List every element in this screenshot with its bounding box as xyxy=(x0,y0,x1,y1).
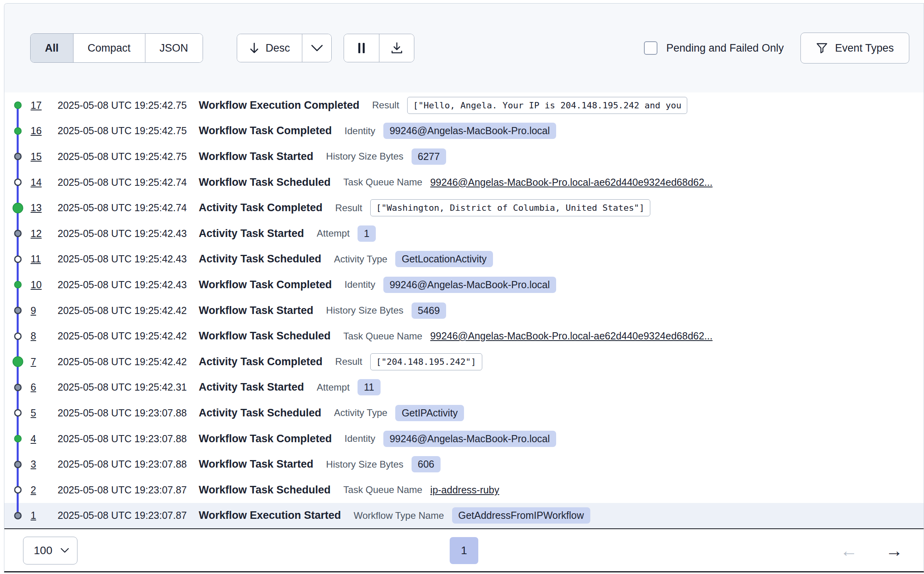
event-name: Workflow Task Completed xyxy=(199,279,332,291)
event-id-link[interactable]: 10 xyxy=(31,279,44,291)
event-status-dot xyxy=(14,255,21,263)
event-row[interactable]: 14 2025-05-08 UTC 19:25:42.74 Workflow T… xyxy=(4,170,924,195)
event-attr-value: 5469 xyxy=(412,302,447,319)
event-id-link[interactable]: 12 xyxy=(31,228,44,239)
event-row[interactable]: 8 2025-05-08 UTC 19:25:42.42 Workflow Ta… xyxy=(4,323,924,349)
event-row[interactable]: 6 2025-05-08 UTC 19:25:42.31 Activity Ta… xyxy=(4,375,924,401)
event-types-button[interactable]: Event Types xyxy=(800,33,909,64)
event-status-dot xyxy=(14,153,21,160)
event-attr-value: ["Hello, Angela. Your IP is 204.148.195.… xyxy=(407,97,688,114)
toolbar-left: All Compact JSON Desc xyxy=(30,33,414,63)
event-attr-value: 99246@Angelas-MacBook-Pro.local xyxy=(383,277,556,293)
event-row[interactable]: 10 2025-05-08 UTC 19:25:42.43 Workflow T… xyxy=(4,272,924,298)
event-id-link[interactable]: 2 xyxy=(31,484,44,496)
event-id-link[interactable]: 3 xyxy=(31,458,44,470)
event-row[interactable]: 9 2025-05-08 UTC 19:25:42.42 Workflow Ta… xyxy=(4,298,924,324)
event-row[interactable]: 3 2025-05-08 UTC 19:23:07.88 Workflow Ta… xyxy=(4,451,924,477)
sort-dropdown-button[interactable] xyxy=(302,34,331,62)
event-status-dot xyxy=(12,202,23,213)
event-id-link[interactable]: 13 xyxy=(31,202,44,214)
event-row[interactable]: 15 2025-05-08 UTC 19:25:42.75 Workflow T… xyxy=(4,144,924,170)
pending-failed-checkbox[interactable] xyxy=(644,41,657,55)
event-name: Activity Task Started xyxy=(199,227,304,240)
event-attr-value: ["Washington, District of Columbia, Unit… xyxy=(370,199,651,216)
event-status-dot xyxy=(14,409,21,417)
event-row[interactable]: 12 2025-05-08 UTC 19:25:42.43 Activity T… xyxy=(4,221,924,247)
page-size-select[interactable]: 100 xyxy=(23,537,77,564)
event-row[interactable]: 17 2025-05-08 UTC 19:25:42.75 Workflow E… xyxy=(4,92,924,118)
pending-failed-filter[interactable]: Pending and Failed Only xyxy=(644,41,784,55)
pause-button[interactable] xyxy=(344,34,379,62)
event-row[interactable]: 4 2025-05-08 UTC 19:23:07.88 Workflow Ta… xyxy=(4,426,924,452)
event-name: Workflow Task Completed xyxy=(199,433,332,445)
tab-compact[interactable]: Compact xyxy=(73,34,145,62)
event-attr-value-link[interactable]: ip-address-ruby xyxy=(430,484,499,496)
pagination-bar: 100 1 ← → xyxy=(4,528,924,572)
download-button[interactable] xyxy=(379,34,414,62)
view-mode-tabs: All Compact JSON xyxy=(30,33,203,63)
event-row[interactable]: 11 2025-05-08 UTC 19:25:42.43 Activity T… xyxy=(4,247,924,272)
event-id-link[interactable]: 6 xyxy=(31,381,44,393)
event-name: Workflow Task Started xyxy=(199,458,313,470)
event-attr-value: GetLocationActivity xyxy=(395,251,493,267)
event-timestamp: 2025-05-08 UTC 19:25:42.75 xyxy=(58,125,187,137)
tab-json[interactable]: JSON xyxy=(145,34,203,62)
event-row[interactable]: 13 2025-05-08 UTC 19:25:42.74 Activity T… xyxy=(4,195,924,221)
event-status-dot xyxy=(14,281,21,289)
event-timestamp: 2025-05-08 UTC 19:23:07.88 xyxy=(58,407,187,419)
event-attr-value: GetAddressFromIPWorkflow xyxy=(452,507,590,524)
event-id-link[interactable]: 8 xyxy=(31,330,44,342)
event-id-link[interactable]: 11 xyxy=(31,253,44,265)
event-attr-label: Identity xyxy=(344,433,375,444)
event-attr-label: History Size Bytes xyxy=(326,151,404,162)
event-attr-value: 606 xyxy=(412,456,441,472)
event-timestamp: 2025-05-08 UTC 19:25:42.42 xyxy=(58,305,187,316)
event-attr-label: Task Queue Name xyxy=(343,331,422,342)
event-attr-label: Task Queue Name xyxy=(343,177,422,188)
event-attr-label: History Size Bytes xyxy=(326,459,404,470)
event-id-link[interactable]: 17 xyxy=(31,100,44,111)
event-row[interactable]: 5 2025-05-08 UTC 19:23:07.88 Activity Ta… xyxy=(4,400,924,426)
event-id-link[interactable]: 15 xyxy=(31,151,44,162)
event-status-dot xyxy=(14,179,21,186)
arrow-right-icon[interactable]: → xyxy=(885,542,903,559)
event-row[interactable]: 7 2025-05-08 UTC 19:25:42.42 Activity Ta… xyxy=(4,349,924,375)
arrow-left-icon[interactable]: ← xyxy=(840,542,858,559)
event-timestamp: 2025-05-08 UTC 19:25:42.75 xyxy=(58,151,187,162)
event-id-link[interactable]: 7 xyxy=(31,356,44,368)
event-attr-value-link[interactable]: 99246@Angelas-MacBook-Pro.local-ae62d440… xyxy=(430,330,713,342)
funnel-icon xyxy=(816,42,828,54)
event-name: Activity Task Scheduled xyxy=(199,407,321,419)
event-name: Workflow Task Scheduled xyxy=(199,330,331,342)
event-attr-label: Identity xyxy=(344,125,375,137)
tab-all[interactable]: All xyxy=(31,34,73,62)
event-name: Activity Task Completed xyxy=(199,356,323,368)
event-timestamp: 2025-05-08 UTC 19:25:42.42 xyxy=(58,356,187,368)
event-timestamp: 2025-05-08 UTC 19:25:42.43 xyxy=(58,228,187,239)
event-name: Workflow Task Started xyxy=(199,304,313,317)
event-id-link[interactable]: 14 xyxy=(31,177,44,188)
event-attr-value: 6277 xyxy=(412,148,447,165)
event-types-label: Event Types xyxy=(835,42,894,54)
event-id-link[interactable]: 1 xyxy=(31,510,44,521)
event-id-link[interactable]: 4 xyxy=(31,433,44,445)
event-row[interactable]: 16 2025-05-08 UTC 19:25:42.75 Workflow T… xyxy=(4,118,924,144)
event-id-link[interactable]: 5 xyxy=(31,407,44,419)
sort-desc-button[interactable]: Desc xyxy=(237,34,302,62)
event-id-link[interactable]: 9 xyxy=(31,305,44,316)
pause-icon xyxy=(357,42,366,54)
event-attr-value-link[interactable]: 99246@Angelas-MacBook-Pro.local-ae62d440… xyxy=(430,177,713,188)
event-attr-label: Attempt xyxy=(317,228,350,239)
event-row[interactable]: 1 2025-05-08 UTC 19:23:07.87 Workflow Ex… xyxy=(4,503,924,529)
event-status-dot xyxy=(14,512,21,519)
event-attr-value: 99246@Angelas-MacBook-Pro.local xyxy=(383,123,556,139)
event-attr-value: 99246@Angelas-MacBook-Pro.local xyxy=(383,431,556,447)
event-name: Workflow Execution Started xyxy=(199,509,341,522)
current-page-button[interactable]: 1 xyxy=(450,537,478,564)
event-row[interactable]: 2 2025-05-08 UTC 19:23:07.87 Workflow Ta… xyxy=(4,477,924,503)
event-name: Activity Task Scheduled xyxy=(199,253,321,265)
event-attr-label: Attempt xyxy=(317,382,350,393)
page-size-value: 100 xyxy=(34,544,52,557)
event-id-link[interactable]: 16 xyxy=(31,125,44,137)
event-history-list: 17 2025-05-08 UTC 19:25:42.75 Workflow E… xyxy=(4,92,924,528)
